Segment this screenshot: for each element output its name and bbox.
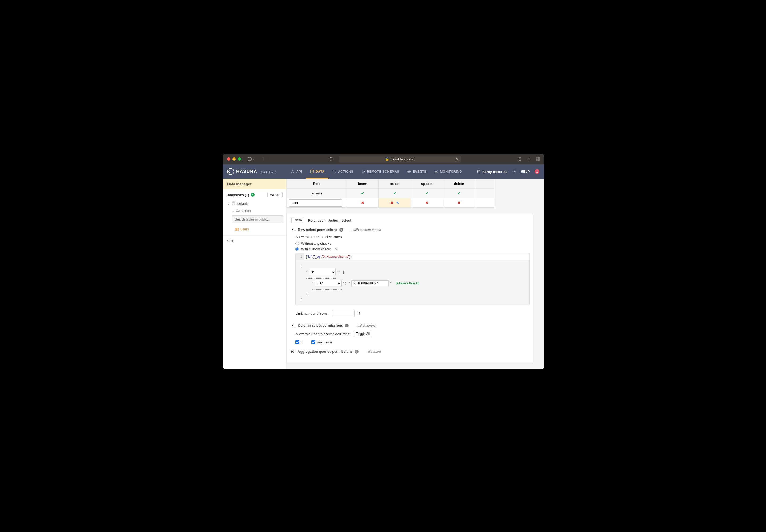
tab-actions[interactable]: ACTIONS bbox=[328, 164, 357, 179]
th-update: update bbox=[411, 179, 443, 189]
schema-node[interactable]: ⌄ public bbox=[228, 207, 286, 214]
browser-window: ⌄ 〈 〉 🔒 cloud.hasura.io ↻ bbox=[223, 154, 544, 369]
svg-rect-6 bbox=[538, 159, 540, 161]
settings-icon[interactable] bbox=[512, 169, 516, 174]
help-icon[interactable]: ? bbox=[345, 324, 349, 327]
svg-point-10 bbox=[478, 170, 480, 171]
help-icon[interactable]: ? bbox=[335, 247, 337, 251]
add-field-slot[interactable] bbox=[306, 277, 336, 279]
chevron-down-icon: ⌄ bbox=[228, 202, 230, 205]
help-icon[interactable]: ? bbox=[358, 311, 360, 315]
radio-custom-check[interactable]: With custom check: ? bbox=[295, 247, 528, 251]
svg-rect-0 bbox=[248, 158, 251, 161]
section-aggregation-permissions[interactable]: ▶ 〉 Aggregation queries permissions ? - … bbox=[291, 350, 528, 354]
chevron-down-icon: ⌄ bbox=[232, 209, 234, 212]
nav-forward-icon[interactable]: 〉 bbox=[268, 157, 272, 161]
tabs-overview-icon[interactable] bbox=[536, 157, 540, 161]
tab-monitoring[interactable]: MONITORING bbox=[430, 164, 466, 179]
toggle-all-button[interactable]: Toggle All bbox=[354, 331, 372, 337]
hasura-nav: HASURA v2.6.1-cloud.1 API DATA ACTIONS R… bbox=[223, 164, 544, 179]
perm-row-admin: admin ✔ ✔ ✔ ✔ bbox=[287, 189, 494, 198]
check-icon: ✔ bbox=[457, 191, 460, 195]
plug-icon bbox=[361, 170, 365, 173]
content-scroller[interactable]: Role insert select update delete admin ✔… bbox=[287, 179, 544, 369]
col-checkbox-id[interactable]: id bbox=[295, 340, 303, 344]
help-icon[interactable]: ? bbox=[339, 228, 343, 232]
tab-data[interactable]: DATA bbox=[306, 164, 329, 179]
databases-header: Databases (1) ✓ Manage bbox=[223, 189, 286, 200]
tab-events[interactable]: EVENTS bbox=[403, 164, 430, 179]
svg-point-7 bbox=[310, 170, 313, 171]
nav-back-icon[interactable]: 〈 bbox=[261, 157, 264, 161]
privacy-shield-icon[interactable] bbox=[329, 157, 333, 161]
rule-json-raw[interactable]: 1 {"id":{"_eq":"X-Hasura-User-Id"}} bbox=[296, 253, 529, 260]
window-zoom-icon[interactable] bbox=[238, 157, 241, 161]
address-bar[interactable]: 🔒 cloud.hasura.io ↻ bbox=[339, 156, 461, 163]
action-indicator: Action: select bbox=[328, 218, 351, 222]
close-button[interactable]: Close bbox=[291, 217, 304, 223]
operator-select[interactable]: _eq bbox=[315, 280, 342, 286]
perm-row-user: ✖ ✖ ✎ ✖ ✖ bbox=[287, 198, 494, 208]
th-delete: delete bbox=[443, 179, 475, 189]
permissions-table: Role insert select update delete admin ✔… bbox=[287, 179, 494, 208]
folder-open-icon bbox=[236, 209, 240, 213]
tab-api[interactable]: API bbox=[287, 164, 306, 179]
sidebar-title: Data Manager bbox=[223, 179, 286, 189]
browser-titlebar: ⌄ 〈 〉 🔒 cloud.hasura.io ↻ bbox=[223, 154, 544, 164]
brand: HASURA v2.6.1-cloud.1 bbox=[223, 168, 287, 175]
status-ok-icon: ✓ bbox=[251, 193, 255, 197]
cross-icon: ✖ bbox=[457, 201, 460, 205]
role-name-input[interactable] bbox=[289, 199, 342, 207]
sql-link[interactable]: SQL bbox=[223, 235, 286, 247]
database-icon bbox=[232, 201, 235, 206]
table-search-input[interactable] bbox=[232, 215, 283, 223]
cross-icon: ✖ bbox=[361, 201, 364, 205]
role-indicator: Role: user bbox=[308, 218, 325, 222]
table-node-users[interactable]: users bbox=[223, 226, 286, 234]
field-select[interactable]: id bbox=[309, 269, 336, 275]
col-checkbox-username[interactable]: username bbox=[311, 340, 332, 344]
sidebar-toggle-icon[interactable]: ⌄ bbox=[248, 157, 254, 161]
perm-cell-user-select[interactable]: ✖ ✎ bbox=[379, 198, 411, 208]
th-extra bbox=[475, 179, 494, 189]
th-select: select bbox=[379, 179, 411, 189]
collapse-toggle-icon: ▼ ⌄ bbox=[291, 324, 296, 327]
new-tab-icon[interactable] bbox=[527, 157, 531, 161]
window-close-icon[interactable] bbox=[227, 157, 230, 161]
svg-rect-5 bbox=[536, 159, 538, 161]
section-row-permissions[interactable]: ▼ ⌄ Row select permissions ? - with cust… bbox=[291, 228, 528, 232]
reload-icon[interactable]: ↻ bbox=[455, 157, 458, 161]
permission-editor: Close Role: user Action: select ▼ ⌄ Row … bbox=[287, 213, 533, 363]
svg-point-8 bbox=[333, 170, 334, 171]
brand-version: v2.6.1-cloud.1 bbox=[260, 171, 277, 174]
row-limit-input[interactable] bbox=[332, 310, 355, 317]
tab-remote-schemas[interactable]: REMOTE SCHEMAS bbox=[357, 164, 403, 179]
svg-point-12 bbox=[232, 202, 235, 202]
add-field-slot[interactable] bbox=[312, 288, 342, 290]
notification-badge[interactable]: 1 bbox=[535, 169, 539, 174]
th-insert: insert bbox=[347, 179, 379, 189]
svg-rect-13 bbox=[235, 228, 239, 231]
window-minimize-icon[interactable] bbox=[232, 157, 236, 161]
radio-without-checks[interactable]: Without any checks bbox=[295, 242, 528, 246]
help-link[interactable]: HELP bbox=[521, 170, 530, 173]
help-icon[interactable]: ? bbox=[355, 350, 359, 354]
value-input[interactable] bbox=[351, 280, 389, 286]
svg-rect-3 bbox=[536, 157, 538, 159]
db-node[interactable]: ⌄ default bbox=[228, 200, 286, 207]
svg-rect-4 bbox=[538, 157, 540, 159]
expand-toggle-icon: ▶ 〉 bbox=[291, 350, 295, 354]
check-icon: ✔ bbox=[361, 191, 364, 195]
project-selector[interactable]: hardy-boxer-82 bbox=[477, 170, 507, 174]
svg-point-9 bbox=[335, 172, 336, 173]
check-icon: ✔ bbox=[393, 191, 396, 195]
manage-button[interactable]: Manage bbox=[267, 192, 283, 197]
table-icon bbox=[235, 227, 239, 231]
limit-label: Limit number of rows: bbox=[295, 311, 328, 315]
share-icon[interactable] bbox=[518, 157, 522, 161]
database-icon bbox=[310, 170, 314, 173]
row-perm-sentence: Allow role user to select rows: bbox=[295, 235, 528, 239]
section-column-permissions[interactable]: ▼ ⌄ Column select permissions ? - all co… bbox=[291, 323, 528, 327]
session-var-hint: [X-Hasura-User-Id] bbox=[396, 282, 419, 285]
hasura-logo-icon bbox=[227, 168, 234, 175]
